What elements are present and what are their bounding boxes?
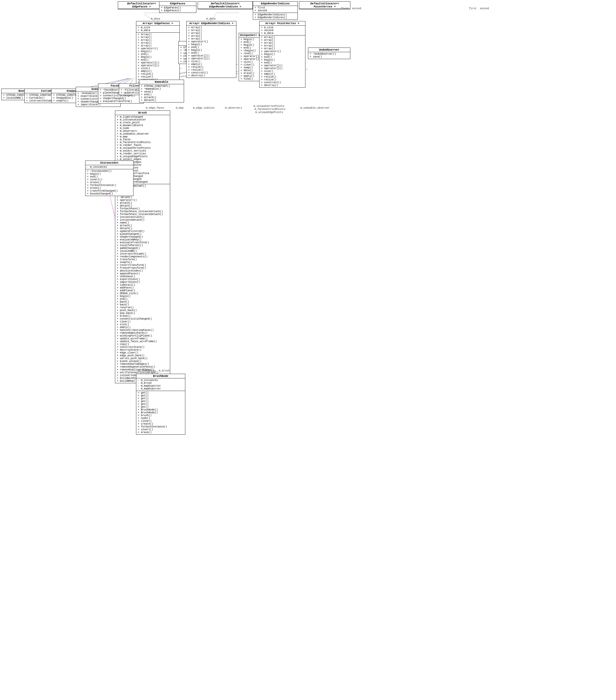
box-edge-render-indices: EdgeRenderIndices + first + second + Edg… [253, 1, 298, 20]
label-first-second-1: first second [341, 7, 361, 10]
box-brush: Brush + m_lightsChanged + m_instanceCoun… [115, 111, 170, 383]
label-m-edge-indices: m_edge_indices [193, 107, 215, 110]
box-array-point-vertex: Array< PointVertex > + m_size + second +… [259, 21, 305, 88]
box-undo-observer: UndoObserver + ~UndoObserver() + save() [308, 48, 350, 59]
box-edge-faces: EdgeFaces + EdgeFaces() + EdgeFaces() [159, 1, 196, 13]
label-m-data-edge-faces: m_data [151, 17, 160, 20]
label-in-instances-m-brush: in_instances m_brush [137, 370, 170, 372]
label-m-unique-edge-points: m_uniqueEdgePoints [255, 111, 283, 114]
label-m-map: m_map [176, 107, 183, 110]
label-first-second-2: first second [469, 7, 489, 10]
label-m-unique-vertex-points: m_uniqueVertexPoints [254, 105, 284, 108]
box-default-allocator-edge-render-indices: DefaultAllocator< EdgeRenderIndices > [198, 1, 253, 9]
box-default-allocator-edge-faces: DefaultAllocator< EdgeFaces > [118, 1, 165, 9]
uml-diagram: DefaultAllocator< EdgeFaces > EdgeFaces … [0, 0, 616, 700]
label-m-edge-faces: m_edge_faces [146, 107, 164, 110]
box-instance-set: InstanceSet - m_instances + ~InstanceSet… [85, 161, 133, 196]
box-array-edge-faces: Array< EdgeFaces > + m_size + m_data + A… [136, 21, 180, 85]
label-m-face-centroid-points: m_faceCentroidPoints [255, 108, 285, 111]
box-array-edge-render-indices: Array< EdgeRenderIndices > + Array() + A… [186, 21, 236, 78]
label-m-observers: m_observers [225, 107, 242, 110]
label-m-data-edge-render-indices: m_data [206, 17, 216, 20]
box-brush-node: BrushNode - m_instances - m_brush - m_ma… [136, 374, 185, 435]
box-nameable: Nameable + STRING_CONSTANT() + ~Nameable… [139, 80, 184, 102]
label-m-undoable-observer: m_undoable_observer [300, 107, 330, 110]
